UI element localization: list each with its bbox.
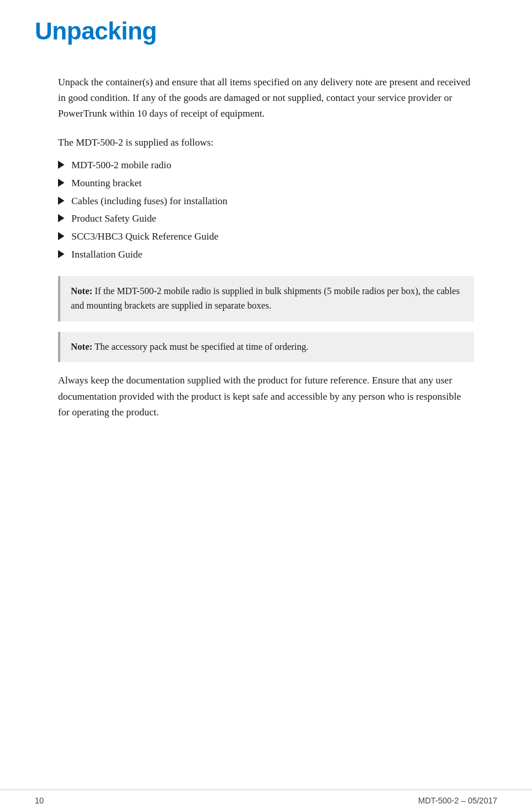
page-footer: 10 MDT-500-2 – 05/2017 (0, 790, 532, 811)
bullet-arrow-icon (58, 197, 64, 205)
list-item-text: Cables (including fuses) for installatio… (71, 193, 227, 210)
intro-paragraph: Unpack the container(s) and ensure that … (58, 74, 474, 122)
closing-paragraph: Always keep the documentation supplied w… (58, 372, 474, 420)
bullet-arrow-icon (58, 161, 64, 169)
bullet-list: MDT-500-2 mobile radio Mounting bracket … (58, 157, 474, 263)
footer-page-number: 10 (35, 796, 44, 805)
bullet-arrow-icon (58, 179, 64, 187)
list-item: Cables (including fuses) for installatio… (58, 193, 474, 210)
list-item-text: Product Safety Guide (71, 211, 156, 227)
list-item-text: Mounting bracket (71, 175, 142, 192)
list-item-text: MDT-500-2 mobile radio (71, 157, 171, 174)
note2-text: The accessory pack must be specified at … (92, 342, 308, 352)
note2-label: Note: (71, 342, 92, 352)
list-item-text: Installation Guide (71, 247, 142, 263)
list-item: Mounting bracket (58, 175, 474, 192)
note-box-2: Note: The accessory pack must be specifi… (58, 332, 474, 363)
note1-label: Note: (71, 286, 92, 296)
list-item: MDT-500-2 mobile radio (58, 157, 474, 174)
list-item: Installation Guide (58, 247, 474, 263)
footer-doc-info: MDT-500-2 – 05/2017 (418, 796, 497, 805)
note-box-1: Note: If the MDT-500-2 mobile radio is s… (58, 276, 474, 321)
note1-text: If the MDT-500-2 mobile radio is supplie… (71, 286, 459, 310)
list-item: SCC3/HBC3 Quick Reference Guide (58, 229, 474, 245)
page-container: Unpacking Unpack the container(s) and en… (0, 0, 532, 811)
bullet-arrow-icon (58, 232, 64, 240)
bullet-arrow-icon (58, 250, 64, 258)
supplied-label: The MDT-500-2 is supplied as follows: (58, 135, 474, 150)
list-item-text: SCC3/HBC3 Quick Reference Guide (71, 229, 219, 245)
header-section: Unpacking (0, 0, 532, 74)
page-title: Unpacking (35, 17, 497, 45)
content-section: Unpack the container(s) and ensure that … (0, 74, 532, 420)
list-item: Product Safety Guide (58, 211, 474, 227)
bullet-arrow-icon (58, 214, 64, 222)
